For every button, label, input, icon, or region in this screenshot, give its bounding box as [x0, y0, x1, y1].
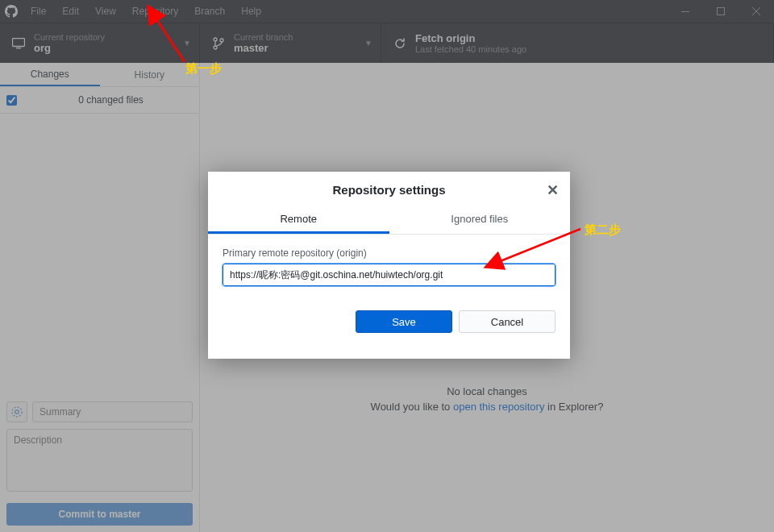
remote-url-input[interactable]	[223, 264, 556, 286]
modal-title: Repository settings	[332, 183, 445, 197]
save-button[interactable]: Save	[356, 310, 452, 333]
remote-url-label: Primary remote repository (origin)	[223, 247, 556, 259]
close-icon[interactable]: ✕	[547, 181, 559, 199]
repository-settings-dialog: Repository settings ✕ Remote Ignored fil…	[208, 172, 570, 359]
tab-remote[interactable]: Remote	[208, 206, 389, 234]
cancel-button[interactable]: Cancel	[459, 310, 556, 333]
tab-ignored-files[interactable]: Ignored files	[389, 206, 571, 234]
